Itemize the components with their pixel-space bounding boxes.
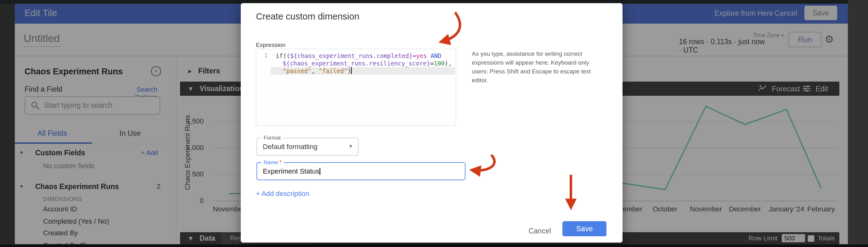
- modal-title: Create custom dimension: [256, 11, 360, 22]
- modal-cancel-button[interactable]: Cancel: [526, 224, 554, 239]
- format-value: Default formatting: [263, 138, 317, 155]
- editor-line-number: 1: [256, 52, 270, 59]
- expression-label: Expression: [256, 42, 285, 49]
- create-custom-dimension-modal: Create custom dimension Expression 1 if(…: [241, 3, 622, 243]
- assist-text: As you type, assistance for writing corr…: [472, 50, 596, 85]
- text-cursor: [319, 168, 320, 175]
- modal-save-button[interactable]: Save: [562, 221, 607, 236]
- screenshot-stage: Edit Tile Explore from Here Cancel Save …: [0, 0, 868, 247]
- expression-editor[interactable]: 1 if((${chaos_experiment_runs.completed}…: [256, 49, 456, 126]
- bottom-dark-strip: [0, 245, 868, 247]
- format-dropdown-caret-icon: ▾: [349, 143, 352, 149]
- code-line: "passed", "failed"): [271, 67, 455, 75]
- expression-code[interactable]: if((${chaos_experiment_runs.completed}=y…: [271, 52, 455, 75]
- editor-cursor: [351, 67, 352, 74]
- format-select[interactable]: Format Default formatting ▾: [256, 138, 359, 156]
- name-field[interactable]: Name * Experiment Status: [256, 162, 465, 180]
- add-description-link[interactable]: + Add description: [256, 190, 309, 198]
- code-line: if((${chaos_experiment_runs.completed}=y…: [271, 52, 455, 59]
- name-value[interactable]: Experiment Status: [263, 163, 320, 180]
- code-line: ${chaos_experiment_runs.resiliency_score…: [271, 59, 455, 67]
